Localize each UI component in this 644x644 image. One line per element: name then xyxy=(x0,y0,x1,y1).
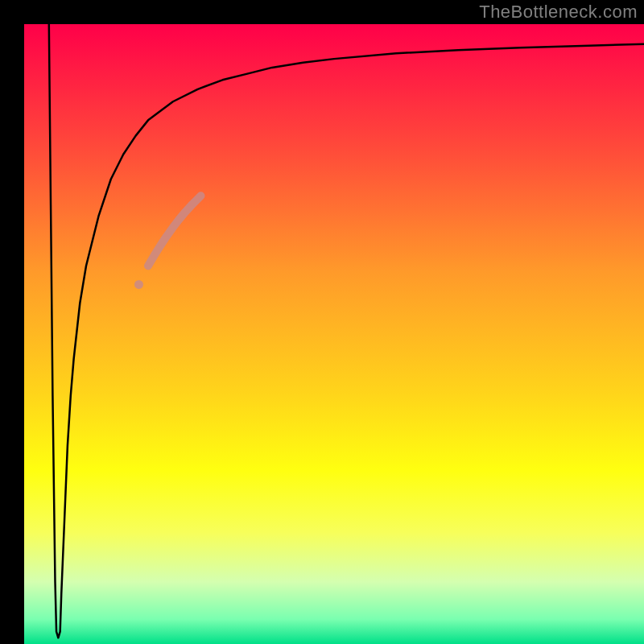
frame-left xyxy=(0,0,24,644)
watermark-text: TheBottleneck.com xyxy=(479,2,638,23)
chart-stage: TheBottleneck.com xyxy=(0,0,644,644)
highlight-dot xyxy=(134,280,143,289)
plot-background xyxy=(24,24,644,644)
bottleneck-chart xyxy=(0,0,644,644)
